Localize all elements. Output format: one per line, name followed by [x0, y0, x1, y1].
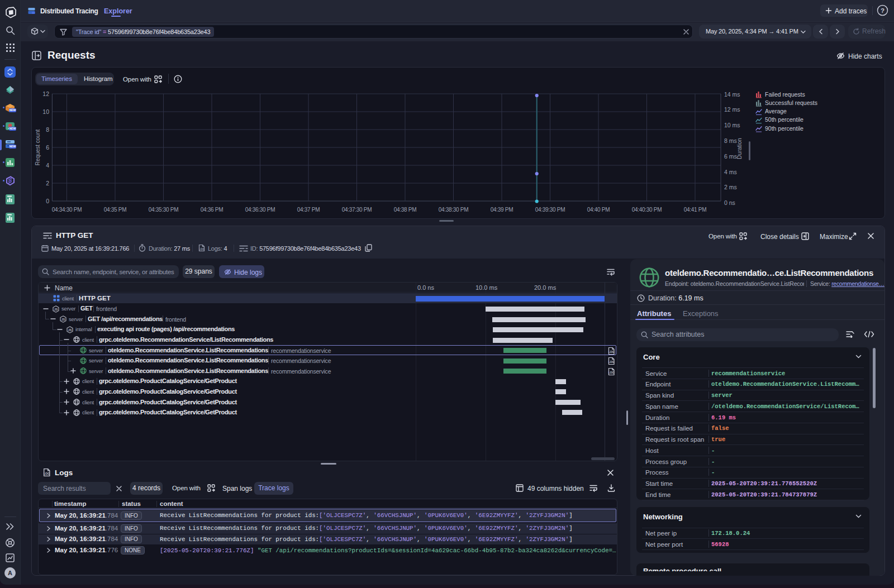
svg-text:04:35:30 PM: 04:35:30 PM: [149, 207, 178, 213]
svg-text:Duration: Duration: [736, 138, 743, 159]
svg-text:04:35 PM: 04:35 PM: [104, 207, 126, 213]
svg-text:04:36:30 PM: 04:36:30 PM: [245, 207, 275, 213]
svg-text:50th percentile: 50th percentile: [765, 116, 803, 123]
svg-text:0 ns: 0 ns: [724, 199, 735, 206]
svg-text:8: 8: [46, 126, 49, 133]
svg-text:04:38 PM: 04:38 PM: [394, 207, 416, 213]
svg-text:10: 10: [42, 108, 49, 115]
svg-text:LOG: LOG: [608, 361, 615, 364]
svg-text:04:36 PM: 04:36 PM: [201, 207, 223, 213]
svg-text:04:39 PM: 04:39 PM: [491, 207, 513, 213]
svg-text:04:34:30 PM: 04:34:30 PM: [52, 207, 82, 213]
svg-text:LOG: LOG: [199, 248, 205, 251]
svg-text:JS: JS: [68, 328, 72, 331]
svg-text:Average: Average: [765, 108, 787, 114]
svg-text:04:40:30 PM: 04:40:30 PM: [632, 207, 662, 213]
svg-text:Failed requests: Failed requests: [765, 91, 805, 98]
svg-text:04:41 PM: 04:41 PM: [684, 207, 706, 213]
svg-text:6: 6: [46, 144, 49, 151]
svg-text:LOG: LOG: [608, 371, 615, 374]
svg-text:8 ms: 8 ms: [724, 137, 737, 144]
svg-text:12: 12: [42, 90, 49, 97]
svg-text:04:37:30 PM: 04:37:30 PM: [342, 207, 372, 213]
svg-text:90th percentile: 90th percentile: [765, 125, 803, 132]
svg-text:04:38:30 PM: 04:38:30 PM: [439, 207, 468, 213]
svg-text:JS: JS: [54, 307, 58, 310]
svg-text:10 ms: 10 ms: [724, 122, 740, 128]
svg-text:JS: JS: [61, 318, 65, 321]
svg-text:04:39:30 PM: 04:39:30 PM: [535, 207, 565, 213]
svg-text:2 ms: 2 ms: [724, 184, 737, 190]
svg-text:04:37 PM: 04:37 PM: [297, 207, 320, 213]
svg-text:LOG: LOG: [44, 472, 50, 475]
svg-text:Request count: Request count: [35, 130, 41, 166]
svg-text:Successful requests: Successful requests: [765, 99, 817, 106]
svg-text:2: 2: [46, 180, 49, 187]
svg-text:LOG: LOG: [608, 351, 615, 353]
svg-text:04:40 PM: 04:40 PM: [587, 207, 610, 213]
svg-text:12 ms: 12 ms: [724, 106, 740, 113]
svg-text:4 ms: 4 ms: [724, 169, 737, 175]
svg-text:0: 0: [46, 198, 49, 204]
svg-text:4: 4: [46, 162, 49, 169]
svg-text:14 ms: 14 ms: [724, 91, 740, 98]
svg-text:6 ms: 6 ms: [724, 153, 737, 160]
